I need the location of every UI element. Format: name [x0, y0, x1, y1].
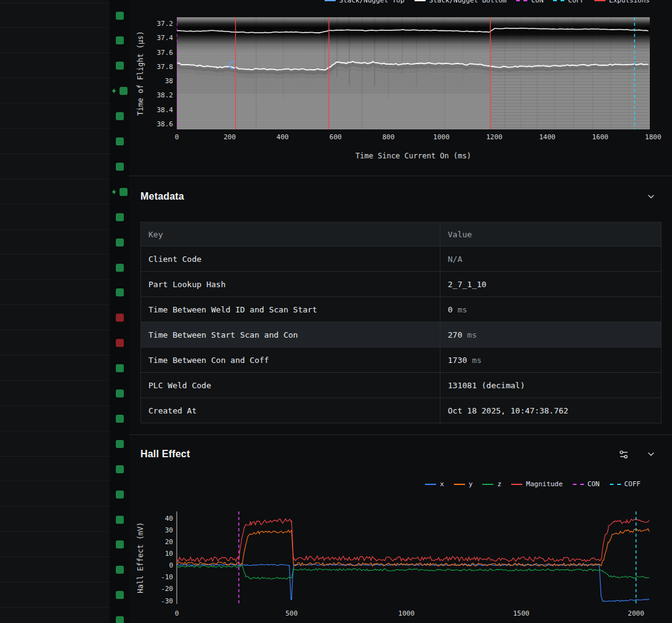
status-square-green[interactable]	[116, 516, 124, 524]
status-square-green[interactable]	[119, 87, 128, 95]
metadata-header[interactable]: Metadata	[140, 187, 656, 206]
svg-text:30: 30	[165, 526, 173, 534]
status-square-green[interactable]	[116, 163, 124, 171]
svg-text:2000: 2000	[628, 609, 644, 617]
sidebar-row-list	[0, 0, 110, 623]
bolt-icon	[111, 189, 118, 195]
svg-text:0: 0	[175, 609, 179, 617]
status-square-green[interactable]	[116, 62, 124, 70]
sidebar-row[interactable]	[0, 280, 110, 305]
metadata-row[interactable]: Part Lookup Hash2_7_1_10	[141, 272, 662, 297]
metadata-row[interactable]: Created AtOct 18 2025, 10:47:38.762	[141, 398, 662, 423]
status-square-red[interactable]	[116, 314, 124, 322]
sidebar-row[interactable]	[0, 154, 110, 179]
metadata-key: Part Lookup Hash	[141, 272, 440, 297]
status-square-green[interactable]	[116, 415, 124, 423]
svg-text:1600: 1600	[592, 133, 609, 141]
metadata-row[interactable]: Time Between Weld ID and Scan Start0 ms	[141, 297, 662, 322]
legend-item-con[interactable]: CON	[573, 480, 600, 488]
sidebar-row[interactable]	[0, 406, 110, 431]
legend-label: CON	[588, 480, 600, 488]
section-divider	[129, 176, 672, 176]
metadata-row[interactable]: Time Between Start Scan and Con270 ms	[141, 322, 662, 348]
sidebar-row[interactable]	[0, 129, 110, 154]
hall-title: Hall Effect	[140, 449, 190, 460]
metadata-value: 0 ms	[440, 297, 662, 322]
sidebar-row[interactable]	[0, 3, 110, 28]
status-square-green[interactable]	[119, 188, 128, 196]
status-square-green[interactable]	[116, 264, 124, 272]
status-square-green[interactable]	[116, 213, 124, 221]
status-square-green[interactable]	[116, 440, 124, 448]
svg-text:1500: 1500	[513, 609, 530, 617]
legend-item-coff[interactable]: COFF	[610, 480, 641, 488]
sidebar-row[interactable]	[0, 205, 110, 230]
status-square-green[interactable]	[116, 465, 124, 473]
hall-collapse-chevron-icon[interactable]	[646, 449, 656, 459]
metadata-header-actions	[646, 192, 656, 202]
sidebar-row[interactable]	[0, 356, 110, 381]
sidebar-row[interactable]	[0, 104, 110, 129]
status-square-green[interactable]	[116, 288, 124, 296]
sidebar-row[interactable]	[0, 608, 110, 623]
status-square-green[interactable]	[116, 364, 124, 372]
sidebar-row[interactable]	[0, 582, 110, 608]
metadata-key: Time Between Weld ID and Scan Start	[141, 297, 440, 322]
legend-item-magnitude[interactable]: Magnitude	[511, 480, 563, 488]
hall-header[interactable]: Hall Effect	[140, 445, 656, 463]
sidebar-row[interactable]	[0, 179, 110, 205]
time-of-flight-chart[interactable]: 37.237.437.637.83838.238.438.60200400600…	[129, 0, 672, 166]
svg-text:38.2: 38.2	[157, 91, 174, 99]
status-square-green[interactable]	[116, 616, 124, 623]
status-square-green[interactable]	[116, 491, 124, 499]
sidebar-row[interactable]	[0, 78, 110, 104]
legend-item-z[interactable]: z	[482, 480, 501, 488]
legend-marker	[454, 484, 465, 485]
sidebar-row[interactable]	[0, 532, 110, 557]
metadata-value: 270 ms	[440, 322, 662, 348]
status-square-green[interactable]	[116, 12, 124, 20]
status-square-green[interactable]	[116, 238, 124, 246]
sidebar-row[interactable]	[0, 481, 110, 507]
hall-settings-sliders-icon[interactable]	[618, 449, 629, 460]
hall-header-actions	[618, 449, 656, 460]
metadata-row[interactable]: Time Between Con and Coff1730 ms	[141, 348, 662, 373]
status-square-red[interactable]	[116, 339, 124, 347]
sidebar-row[interactable]	[0, 431, 110, 457]
sidebar-row[interactable]	[0, 330, 110, 356]
svg-text:37.8: 37.8	[157, 63, 174, 71]
metadata-value: N/A	[440, 246, 662, 272]
metadata-collapse-chevron-icon[interactable]	[646, 192, 656, 202]
column-header-key: Key	[141, 222, 440, 246]
svg-text:-30: -30	[161, 597, 173, 605]
status-square-green[interactable]	[116, 389, 124, 397]
sidebar-row[interactable]	[0, 557, 110, 582]
status-square-green[interactable]	[116, 36, 124, 44]
sidebar-row[interactable]	[0, 507, 110, 532]
legend-label: Magnitude	[526, 480, 563, 488]
svg-text:200: 200	[224, 133, 236, 141]
legend-item-y[interactable]: y	[454, 480, 473, 488]
sidebar-row[interactable]	[0, 457, 110, 482]
sidebar-row[interactable]	[0, 254, 110, 280]
status-square-green[interactable]	[116, 112, 124, 120]
svg-text:38.6: 38.6	[157, 120, 174, 128]
legend-label: COFF	[625, 480, 641, 488]
metadata-row[interactable]: Client CodeN/A	[141, 246, 662, 272]
svg-text:-10: -10	[161, 573, 173, 581]
status-square-green[interactable]	[116, 591, 124, 599]
metadata-row[interactable]: PLC Weld Code131081 (decimal)	[141, 373, 662, 398]
legend-marker	[610, 484, 621, 485]
svg-text:10: 10	[165, 550, 173, 558]
sidebar-row[interactable]	[0, 53, 110, 78]
sidebar-row[interactable]	[0, 381, 110, 406]
status-square-green[interactable]	[116, 566, 124, 574]
status-square-green[interactable]	[116, 540, 124, 548]
hall-effect-chart[interactable]: 403020100-10-20-300500100015002000Hall E…	[129, 504, 672, 623]
legend-item-x[interactable]: x	[425, 480, 444, 488]
svg-text:600: 600	[330, 133, 342, 141]
sidebar-row[interactable]	[0, 230, 110, 255]
status-square-green[interactable]	[116, 137, 124, 145]
sidebar-row[interactable]	[0, 28, 110, 53]
sidebar-row[interactable]	[0, 305, 110, 330]
